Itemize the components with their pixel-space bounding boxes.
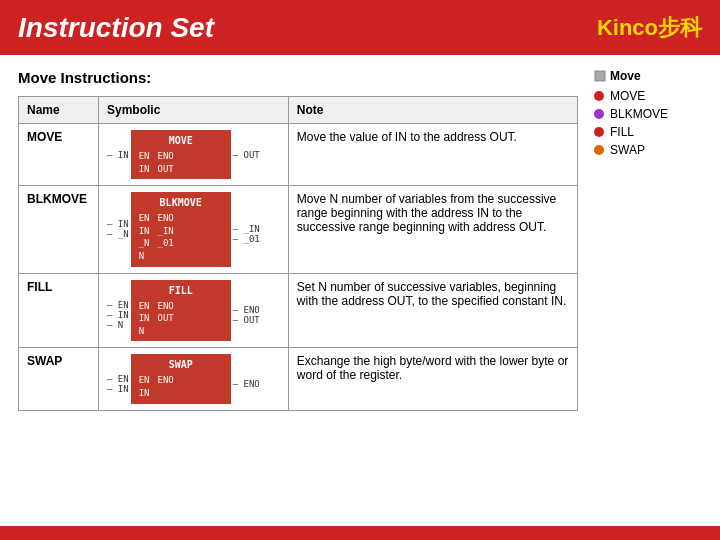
- table-row: SWAP — EN — IN SWAP ENENO: [19, 348, 578, 410]
- col-header-symbolic: Symbolic: [98, 97, 288, 124]
- legend-item-blkmove: BLKMOVE: [594, 107, 702, 121]
- row-symbolic-blkmove: — IN — _N BLKMOVE ENENO IN_IN: [98, 186, 288, 273]
- col-header-name: Name: [19, 97, 99, 124]
- row-name-move: MOVE: [19, 124, 99, 186]
- table-section: Move Instructions: Name Symbolic Note MO…: [18, 69, 578, 411]
- row-name-blkmove: BLKMOVE: [19, 186, 99, 273]
- table-row: BLKMOVE — IN — _N BLKMOVE ENEN: [19, 186, 578, 273]
- row-note-swap: Exchange the high byte/word with the low…: [288, 348, 577, 410]
- legend-dot-fill: [594, 127, 604, 137]
- section-title: Move Instructions:: [18, 69, 578, 86]
- row-note-blkmove: Move N number of variables from the succ…: [288, 186, 577, 273]
- row-name-swap: SWAP: [19, 348, 99, 410]
- row-symbolic-move: — IN MOVE ENENO INOUT: [98, 124, 288, 186]
- row-note-fill: Set N number of successive variables, be…: [288, 273, 577, 348]
- legend-title: Move: [594, 69, 702, 83]
- table-header-row: Name Symbolic Note: [19, 97, 578, 124]
- legend-item-move: MOVE: [594, 89, 702, 103]
- legend-icon: [594, 70, 606, 82]
- col-header-note: Note: [288, 97, 577, 124]
- row-note-move: Move the value of IN to the address OUT.: [288, 124, 577, 186]
- brand-logo: Kinco步科: [597, 13, 702, 43]
- legend-item-fill: FILL: [594, 125, 702, 139]
- legend-dot-swap: [594, 145, 604, 155]
- header: Instruction Set Kinco步科: [0, 0, 720, 55]
- legend-panel: Move MOVE BLKMOVE FILL SWAP: [594, 69, 702, 411]
- row-symbolic-fill: — EN — IN — N FILL ENENO INOUT: [98, 273, 288, 348]
- footer-bar: [0, 526, 720, 540]
- row-symbolic-swap: — EN — IN SWAP ENENO IN: [98, 348, 288, 410]
- instruction-table: Name Symbolic Note MOVE — IN: [18, 96, 578, 411]
- table-row: MOVE — IN MOVE ENENO: [19, 124, 578, 186]
- legend-dot-blkmove: [594, 109, 604, 119]
- legend-dot-move: [594, 91, 604, 101]
- svg-rect-0: [595, 71, 605, 81]
- legend-item-swap: SWAP: [594, 143, 702, 157]
- page-title: Instruction Set: [18, 12, 214, 44]
- table-row: FILL — EN — IN — N FILL ENENO: [19, 273, 578, 348]
- row-name-fill: FILL: [19, 273, 99, 348]
- main-content: Move Instructions: Name Symbolic Note MO…: [0, 55, 720, 425]
